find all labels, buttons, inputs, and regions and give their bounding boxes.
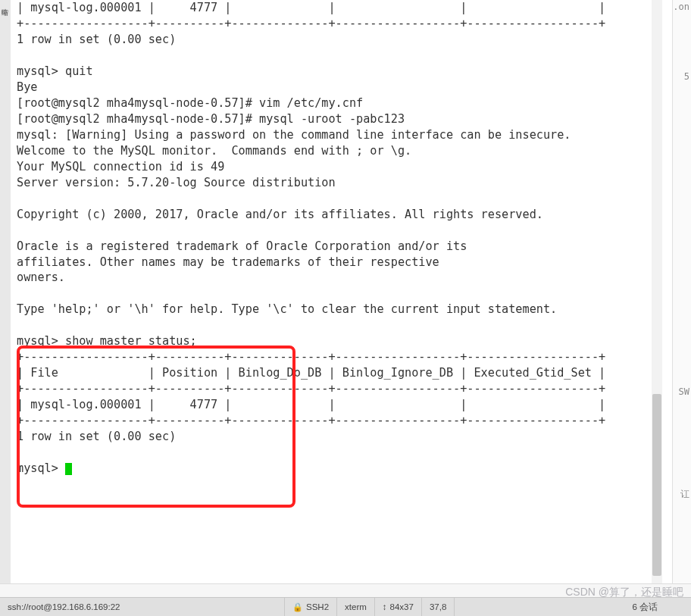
gutter-label: 缩略: [0, 0, 10, 3]
edge-frag: SW: [679, 386, 689, 397]
terminal-output[interactable]: | mysql-log.000001 | 4777 | | | | +-----…: [11, 0, 662, 477]
terminal-scrollbar[interactable]: [652, 0, 662, 584]
status-term-size: ↕ 84x37: [375, 598, 422, 616]
status-sessions: 6 会话: [455, 598, 691, 616]
edge-frag: .on: [673, 2, 689, 12]
status-cursor-pos: 37,8: [422, 598, 455, 616]
gutter-ruler: 缩略: [0, 0, 11, 584]
status-protocol: 🔒 SSH2: [285, 598, 337, 616]
right-edge-strip: .on 5 SW 讧: [672, 0, 691, 584]
lock-icon: 🔒: [292, 602, 303, 612]
status-bar: ssh://root@192.168.6.169:22 🔒 SSH2 xterm…: [0, 597, 691, 616]
terminal-view[interactable]: | mysql-log.000001 | 4777 | | | | +-----…: [11, 0, 662, 584]
status-connection: ssh://root@192.168.6.169:22: [0, 598, 285, 616]
terminal-cursor: [65, 463, 72, 475]
tab-strip-bottom: [0, 583, 691, 598]
edge-frag: 5: [684, 71, 689, 82]
status-term-type: xterm: [337, 598, 375, 616]
scrollbar-thumb[interactable]: [652, 394, 661, 576]
resize-icon: ↕: [383, 602, 387, 611]
edge-frag: 讧: [680, 488, 689, 501]
